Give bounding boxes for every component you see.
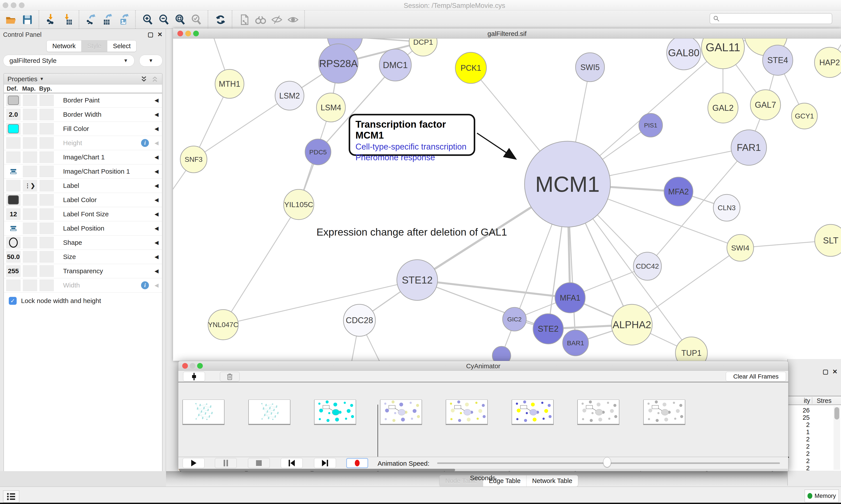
bypass-cell[interactable] <box>39 237 54 249</box>
mapping-cell[interactable] <box>23 123 37 134</box>
property-row-transparency[interactable]: 255Transparency◀ <box>4 264 162 278</box>
frame-thumbnail-1[interactable] <box>183 399 224 424</box>
close-panel-icon[interactable]: ✕ <box>158 32 162 38</box>
float-panel-icon[interactable]: ▢ <box>148 32 153 38</box>
network-node-MFA2[interactable]: MFA2 <box>664 177 693 206</box>
slider-thumb[interactable] <box>603 457 611 467</box>
show-details-button[interactable] <box>285 12 301 28</box>
bypass-cell[interactable] <box>39 265 54 277</box>
expand-row-icon[interactable]: ◀ <box>155 111 159 118</box>
expand-row-icon[interactable]: ◀ <box>155 239 159 246</box>
network-node-SLT[interactable]: SLT <box>815 224 841 256</box>
cyanimator-titlebar[interactable]: CyAnimator <box>178 361 788 371</box>
frame-thumbnail-7[interactable] <box>577 399 619 424</box>
bypass-cell[interactable] <box>39 123 54 134</box>
network-window-titlebar[interactable]: galFiltered.sif <box>173 29 841 38</box>
network-node-LSM2[interactable]: LSM2 <box>275 81 304 110</box>
next-frame-button[interactable] <box>314 458 336 468</box>
import-table-button[interactable] <box>59 12 75 28</box>
network-edge[interactable] <box>223 280 417 325</box>
default-value-cell[interactable] <box>6 194 21 206</box>
mapping-cell[interactable] <box>23 265 37 277</box>
show-panels-button[interactable] <box>3 490 19 503</box>
mapping-cell[interactable]: ⋮❯ <box>23 180 37 192</box>
frame-thumbnail-8[interactable] <box>643 399 685 424</box>
previous-frame-button[interactable] <box>281 458 303 468</box>
default-value-cell[interactable] <box>6 180 21 192</box>
property-row-fill-color[interactable]: Fill Color◀ <box>4 122 162 136</box>
expand-row-icon[interactable]: ◀ <box>155 140 159 146</box>
annotation-link-1[interactable]: Cell-type-specific transcription <box>355 142 468 151</box>
float-panel-icon[interactable]: ▢ <box>823 369 828 375</box>
mapping-cell[interactable] <box>23 222 37 234</box>
network-node-TUP1[interactable]: TUP1 <box>676 337 708 361</box>
frames-timeline-area[interactable]: 0123456789 Seconds <box>178 382 788 435</box>
bypass-cell[interactable] <box>39 208 54 220</box>
property-row-label-font-size[interactable]: 12Label Font Size◀ <box>4 207 162 221</box>
mapping-cell[interactable] <box>23 165 37 177</box>
property-row-shape[interactable]: Shape◀ <box>4 236 162 250</box>
default-value-cell[interactable] <box>6 237 21 249</box>
network-node-SNF3[interactable]: SNF3 <box>180 146 207 173</box>
network-node-CDC28[interactable]: CDC28 <box>343 304 375 336</box>
tab-style[interactable]: Style <box>82 40 107 52</box>
delete-frame-button[interactable] <box>220 372 239 381</box>
memory-status-button[interactable]: Memory <box>805 489 839 502</box>
save-session-button[interactable] <box>19 12 35 28</box>
property-row-border-paint[interactable]: Border Paint◀ <box>4 93 162 108</box>
timeline-horizontal-scrollbar[interactable] <box>179 469 788 471</box>
collapse-all-icon[interactable] <box>151 75 159 83</box>
bypass-cell[interactable] <box>39 109 54 121</box>
lock-node-size-row[interactable]: ✓ Lock node width and height <box>4 292 162 305</box>
default-value-cell[interactable] <box>6 222 21 234</box>
property-row-label[interactable]: ⋮❯Label◀ <box>4 179 162 193</box>
property-row-label-position[interactable]: Label Position◀ <box>4 221 162 236</box>
property-row-border-width[interactable]: 2.0Border Width◀ <box>4 108 162 122</box>
network-node-MTH1[interactable]: MTH1 <box>215 69 244 98</box>
network-node-smallPurple[interactable] <box>492 346 511 361</box>
bypass-cell[interactable] <box>39 180 54 192</box>
info-icon[interactable]: i <box>141 139 149 147</box>
tab-network[interactable]: Network <box>47 40 82 52</box>
style-options-button[interactable]: ▼ <box>139 55 162 67</box>
network-node-STE2[interactable]: STE2 <box>533 314 563 344</box>
network-canvas[interactable]: DCP1RPS28ADMC1PCK1SWI5GAL80GAL11STE4HAP2… <box>173 38 841 361</box>
property-row-image-chart-1[interactable]: Image/Chart 1◀ <box>4 150 162 164</box>
default-value-cell[interactable]: 50.0 <box>6 251 21 263</box>
default-value-cell[interactable] <box>6 123 21 134</box>
bypass-cell[interactable] <box>39 222 54 234</box>
tab-select[interactable]: Select <box>107 40 137 52</box>
playhead-marker[interactable] <box>378 404 378 457</box>
style-selector-dropdown[interactable]: galFiltered Style ▼ <box>3 55 135 67</box>
default-value-cell[interactable]: 2.0 <box>6 109 21 121</box>
property-row-size[interactable]: 50.0Size◀ <box>4 250 162 264</box>
network-node-ALPHA2[interactable]: ALPHA2 <box>611 304 652 345</box>
mapping-cell[interactable] <box>23 208 37 220</box>
export-network-button[interactable] <box>84 12 100 28</box>
network-node-GIC2[interactable]: GIC2 <box>503 307 526 331</box>
expand-row-icon[interactable]: ◀ <box>155 225 159 231</box>
property-row-height[interactable]: Heighti◀ <box>4 136 162 150</box>
pause-button[interactable] <box>215 458 237 468</box>
annotation-link-2[interactable]: Pheromone response <box>355 153 468 162</box>
import-network-button[interactable] <box>43 12 59 28</box>
mapping-cell[interactable] <box>23 94 37 106</box>
network-node-GAL2[interactable]: GAL2 <box>708 93 738 123</box>
network-node-MFA1[interactable]: MFA1 <box>555 283 585 313</box>
bypass-cell[interactable] <box>39 280 54 291</box>
network-node-MCM1[interactable]: MCM1 <box>524 141 610 227</box>
search-input[interactable] <box>710 13 832 24</box>
expand-row-icon[interactable]: ◀ <box>155 126 159 132</box>
network-node-LSM4[interactable]: LSM4 <box>317 93 345 122</box>
close-panel-icon[interactable]: ✕ <box>833 369 838 375</box>
network-node-CLN3[interactable]: CLN3 <box>713 194 740 221</box>
expand-row-icon[interactable]: ◀ <box>155 168 159 175</box>
network-node-RPS28A[interactable]: RPS28A <box>319 44 358 83</box>
record-button[interactable] <box>346 458 368 468</box>
default-value-cell[interactable] <box>6 137 21 149</box>
frame-thumbnail-5[interactable] <box>446 399 487 424</box>
network-node-PIS1[interactable]: PIS1 <box>639 113 662 137</box>
mapping-cell[interactable] <box>23 280 37 291</box>
expand-row-icon[interactable]: ◀ <box>155 282 159 288</box>
column-header-stress[interactable]: Stres <box>817 397 831 404</box>
